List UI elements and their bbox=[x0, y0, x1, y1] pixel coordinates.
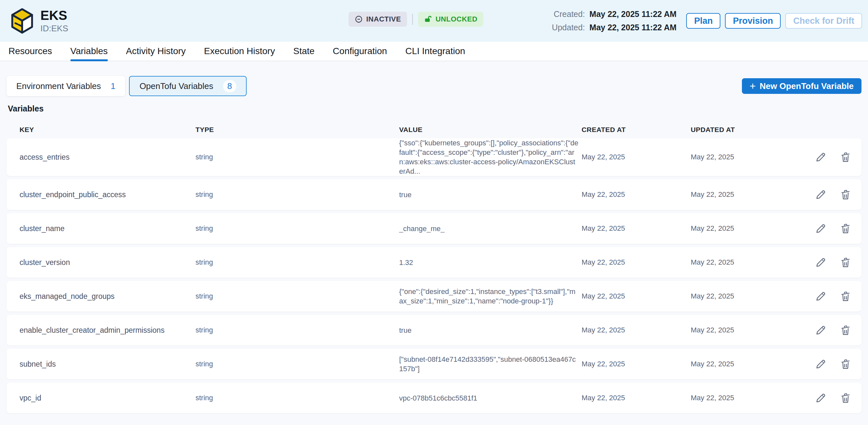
edit-pencil-icon[interactable] bbox=[814, 188, 827, 201]
variable-updated-at: May 22, 2025 bbox=[691, 360, 798, 368]
variable-value: 1.32 bbox=[399, 258, 582, 267]
minus-circle-icon bbox=[354, 15, 363, 24]
variable-type: string bbox=[195, 394, 399, 402]
tab-activity-history[interactable]: Activity History bbox=[126, 42, 186, 61]
table-row: eks_managed_node_groups string {"one":{"… bbox=[6, 281, 862, 311]
tab-execution-history[interactable]: Execution History bbox=[204, 42, 275, 61]
variable-created-at: May 22, 2025 bbox=[582, 360, 691, 368]
tab-cli-integration[interactable]: CLI Integration bbox=[405, 42, 465, 61]
table-row: vpc_id string vpc-078b51c6cbc5581f1 May … bbox=[6, 383, 862, 413]
table-header-row: KEY TYPE VALUE CREATED AT UPDATED AT bbox=[6, 121, 862, 138]
table-row: cluster_version string 1.32 May 22, 2025… bbox=[6, 247, 862, 278]
created-label: Created: bbox=[552, 9, 585, 19]
variable-value: _change_me_ bbox=[399, 224, 582, 233]
tab-state[interactable]: State bbox=[293, 42, 314, 61]
delete-trash-icon[interactable] bbox=[839, 256, 852, 269]
variable-updated-at: May 22, 2025 bbox=[691, 153, 798, 161]
status-badges: INACTIVE UNLOCKED bbox=[349, 12, 483, 27]
variable-key: vpc_id bbox=[20, 394, 195, 402]
variable-key: cluster_name bbox=[20, 224, 195, 233]
environment-id: ID:EKS bbox=[40, 24, 68, 34]
variable-type: string bbox=[195, 224, 399, 233]
delete-trash-icon[interactable] bbox=[839, 324, 852, 336]
provision-button[interactable]: Provision bbox=[725, 13, 781, 29]
variable-updated-at: May 22, 2025 bbox=[691, 258, 798, 267]
variable-key: cluster_version bbox=[20, 258, 195, 267]
check-for-drift-button[interactable]: Check for Drift bbox=[785, 13, 862, 29]
variable-updated-at: May 22, 2025 bbox=[691, 394, 798, 402]
opentofu-variables-count: 8 bbox=[223, 80, 236, 92]
variables-section-title: Variables bbox=[8, 104, 862, 114]
variable-created-at: May 22, 2025 bbox=[582, 292, 691, 301]
variable-type: string bbox=[195, 292, 399, 301]
column-header-updated: UPDATED AT bbox=[691, 126, 798, 133]
created-value: May 22, 2025 11:22 AM bbox=[589, 9, 676, 19]
edit-pencil-icon[interactable] bbox=[814, 151, 827, 163]
delete-trash-icon[interactable] bbox=[839, 151, 852, 163]
variable-value: vpc-078b51c6cbc5581f1 bbox=[399, 393, 582, 403]
lock-badge: UNLOCKED bbox=[418, 12, 484, 27]
variable-created-at: May 22, 2025 bbox=[582, 224, 691, 233]
variable-value: {"one":{"desired_size":1,"instance_types… bbox=[399, 287, 582, 306]
edit-pencil-icon[interactable] bbox=[814, 222, 827, 235]
tab-resources[interactable]: Resources bbox=[8, 42, 52, 61]
table-row: subnet_ids string ["subnet-08f14e7142d33… bbox=[6, 349, 862, 380]
variable-created-at: May 22, 2025 bbox=[582, 153, 691, 161]
variable-created-at: May 22, 2025 bbox=[582, 190, 691, 199]
variable-value: {"sso":{"kubernetes_groups":[],"policy_a… bbox=[399, 138, 582, 176]
variable-key: access_entries bbox=[20, 153, 195, 162]
variable-key: enable_cluster_creator_admin_permissions bbox=[20, 326, 195, 335]
opentofu-cube-logo-icon bbox=[10, 7, 34, 34]
column-header-created: CREATED AT bbox=[582, 126, 691, 133]
variable-value: true bbox=[399, 190, 582, 200]
variable-updated-at: May 22, 2025 bbox=[691, 292, 798, 301]
variable-created-at: May 22, 2025 bbox=[582, 394, 691, 402]
variable-type: string bbox=[195, 258, 399, 267]
edit-pencil-icon[interactable] bbox=[814, 290, 827, 302]
variable-type: string bbox=[195, 190, 399, 199]
table-row: cluster_name string _change_me_ May 22, … bbox=[6, 213, 862, 244]
opentofu-variables-tab[interactable]: OpenTofu Variables 8 bbox=[129, 76, 247, 96]
updated-value: May 22, 2025 11:22 AM bbox=[589, 23, 676, 32]
main-tabbar: Resources Variables Activity History Exe… bbox=[0, 42, 868, 61]
variable-created-at: May 22, 2025 bbox=[582, 258, 691, 267]
edit-pencil-icon[interactable] bbox=[814, 392, 827, 404]
delete-trash-icon[interactable] bbox=[839, 188, 852, 201]
page-title: EKS bbox=[40, 8, 68, 22]
column-header-key: KEY bbox=[20, 126, 195, 133]
delete-trash-icon[interactable] bbox=[839, 392, 852, 404]
plus-icon: + bbox=[750, 81, 756, 91]
variable-updated-at: May 22, 2025 bbox=[691, 224, 798, 233]
delete-trash-icon[interactable] bbox=[839, 222, 852, 235]
delete-trash-icon[interactable] bbox=[839, 358, 852, 370]
variable-type: string bbox=[195, 360, 399, 368]
updated-label: Updated: bbox=[552, 23, 585, 32]
variable-type: string bbox=[195, 153, 399, 161]
variable-key: subnet_ids bbox=[20, 360, 195, 369]
status-badge: INACTIVE bbox=[349, 12, 407, 27]
environment-header: EKS ID:EKS INACTIVE UNLOCKED Created: bbox=[0, 0, 868, 42]
variable-value: true bbox=[399, 326, 582, 335]
variable-key: cluster_endpoint_public_access bbox=[20, 190, 195, 199]
timestamps: Created: May 22, 2025 11:22 AM Updated: … bbox=[552, 9, 677, 32]
unlocked-padlock-icon bbox=[424, 15, 432, 24]
variable-updated-at: May 22, 2025 bbox=[691, 326, 798, 334]
variable-updated-at: May 22, 2025 bbox=[691, 190, 798, 199]
badge-divider bbox=[412, 14, 413, 25]
new-opentofu-variable-button[interactable]: + New OpenTofu Variable bbox=[742, 78, 862, 94]
plan-button[interactable]: Plan bbox=[686, 13, 720, 29]
environment-variables-tab[interactable]: Environment Variables 1 bbox=[6, 76, 125, 96]
column-header-value: VALUE bbox=[399, 126, 582, 133]
variables-table: access_entries string {"sso":{"kubernete… bbox=[6, 138, 862, 413]
column-header-type: TYPE bbox=[195, 126, 399, 133]
edit-pencil-icon[interactable] bbox=[814, 256, 827, 269]
tab-configuration[interactable]: Configuration bbox=[333, 42, 387, 61]
edit-pencil-icon[interactable] bbox=[814, 358, 827, 370]
variable-key: eks_managed_node_groups bbox=[20, 292, 195, 301]
tab-variables[interactable]: Variables bbox=[70, 42, 108, 61]
variable-created-at: May 22, 2025 bbox=[582, 326, 691, 334]
table-row: access_entries string {"sso":{"kubernete… bbox=[6, 138, 862, 176]
delete-trash-icon[interactable] bbox=[839, 290, 852, 302]
edit-pencil-icon[interactable] bbox=[814, 324, 827, 336]
table-row: cluster_endpoint_public_access string tr… bbox=[6, 179, 862, 210]
